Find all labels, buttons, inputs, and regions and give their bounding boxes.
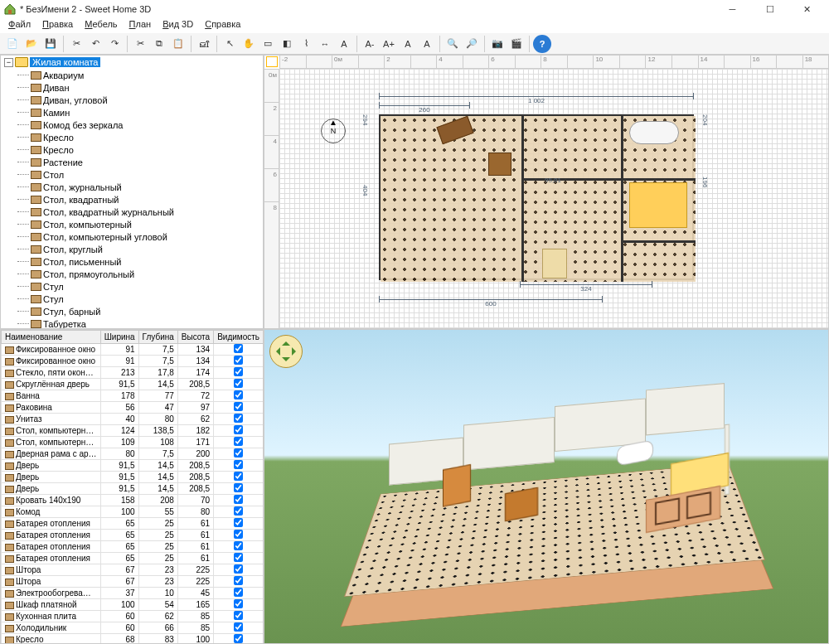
- nav-up-icon[interactable]: [282, 337, 290, 346]
- visibility-checkbox[interactable]: [234, 634, 243, 643]
- table-row[interactable]: Унитаз408062: [2, 414, 264, 425]
- cell-visible[interactable]: [214, 390, 264, 402]
- visibility-checkbox[interactable]: [234, 518, 243, 527]
- cell-visible[interactable]: [214, 553, 264, 564]
- visibility-checkbox[interactable]: [234, 599, 243, 608]
- visibility-checkbox[interactable]: [234, 530, 243, 539]
- menu-1[interactable]: Правка: [37, 18, 78, 33]
- cell-visible[interactable]: [214, 344, 264, 356]
- font-inc-icon[interactable]: A+: [380, 35, 398, 53]
- paste-icon[interactable]: 📋: [169, 35, 187, 53]
- visibility-checkbox[interactable]: [234, 379, 243, 388]
- table-row[interactable]: Кухонная плита606285: [2, 611, 264, 622]
- furniture-table-pane[interactable]: НаименованиеШиринаГлубинаВысотаВидимость…: [0, 329, 264, 644]
- cell-visible[interactable]: [214, 356, 264, 367]
- table-row[interactable]: Кресло6883100: [2, 634, 264, 645]
- visibility-checkbox[interactable]: [234, 448, 243, 458]
- cut2-icon[interactable]: ✂: [131, 35, 149, 53]
- new-file-icon[interactable]: 📄: [3, 35, 22, 53]
- visibility-checkbox[interactable]: [234, 588, 243, 597]
- cell-visible[interactable]: [214, 495, 264, 506]
- cell-visible[interactable]: [214, 541, 264, 553]
- table-row[interactable]: Шкаф платяной10054165: [2, 599, 264, 611]
- zoom-in-icon[interactable]: 🔍: [444, 35, 462, 53]
- visibility-checkbox[interactable]: [234, 390, 243, 399]
- select-tool-icon[interactable]: ↖: [221, 35, 239, 53]
- visibility-checkbox[interactable]: [234, 460, 243, 469]
- table-header[interactable]: Ширина: [100, 331, 138, 344]
- cell-visible[interactable]: [214, 611, 264, 622]
- table-row[interactable]: Стол, компьютерн…109108171: [2, 437, 264, 448]
- plan-view[interactable]: -20м24681012141618 0м2468 N: [264, 55, 829, 329]
- font-color-icon[interactable]: A: [399, 35, 417, 53]
- text-tool-icon[interactable]: A: [335, 35, 353, 53]
- catalog-item[interactable]: Стол, письменный: [1, 255, 263, 268]
- visibility-checkbox[interactable]: [234, 553, 243, 562]
- visibility-checkbox[interactable]: [234, 564, 243, 574]
- add-furniture-icon[interactable]: 🛋: [195, 35, 213, 53]
- catalog-item[interactable]: Растение: [1, 156, 263, 168]
- visibility-checkbox[interactable]: [234, 414, 243, 423]
- catalog-item[interactable]: Диван: [1, 81, 263, 94]
- catalog-item[interactable]: Кресло: [1, 131, 263, 143]
- table-row[interactable]: Штора6723225: [2, 564, 264, 576]
- visibility-checkbox[interactable]: [234, 622, 243, 632]
- catalog-item[interactable]: Кресло: [1, 143, 263, 156]
- table-row[interactable]: Батарея отопления652561: [2, 530, 264, 541]
- table-row[interactable]: Батарея отопления652561: [2, 541, 264, 553]
- catalog-item[interactable]: Стол, компьютерный угловой: [1, 230, 263, 243]
- open-file-icon[interactable]: 📂: [22, 35, 41, 53]
- menu-4[interactable]: Вид 3D: [158, 18, 198, 33]
- visibility-checkbox[interactable]: [234, 425, 243, 434]
- visibility-checkbox[interactable]: [234, 506, 243, 516]
- cell-visible[interactable]: [214, 564, 264, 576]
- table-row[interactable]: Дверь91,514,5208,5: [2, 483, 264, 495]
- catalog-item[interactable]: Стул: [1, 280, 263, 293]
- cell-visible[interactable]: [214, 448, 264, 460]
- cell-visible[interactable]: [214, 530, 264, 541]
- nav-left-icon[interactable]: [272, 347, 280, 356]
- menu-0[interactable]: Файл: [3, 18, 36, 33]
- cell-visible[interactable]: [214, 367, 264, 379]
- cell-visible[interactable]: [214, 576, 264, 588]
- close-button[interactable]: ✕: [788, 0, 826, 18]
- menu-3[interactable]: План: [124, 18, 157, 33]
- table-row[interactable]: Дверь91,514,5208,5: [2, 472, 264, 483]
- table-row[interactable]: Ванна1787772: [2, 390, 264, 402]
- cell-visible[interactable]: [214, 518, 264, 530]
- furniture-table[interactable]: НаименованиеШиринаГлубинаВысотаВидимость…: [1, 330, 264, 644]
- table-row[interactable]: Штора6723225: [2, 576, 264, 588]
- maximize-button[interactable]: ☐: [751, 0, 788, 18]
- table-header[interactable]: Наименование: [2, 331, 101, 344]
- floor-plan[interactable]: [379, 114, 694, 280]
- dimension-tool-icon[interactable]: ↔: [316, 35, 334, 53]
- cut-icon[interactable]: ✂: [67, 35, 85, 53]
- pan-tool-icon[interactable]: ✋: [240, 35, 258, 53]
- cell-visible[interactable]: [214, 414, 264, 425]
- help-icon[interactable]: ?: [533, 35, 551, 53]
- table-row[interactable]: Батарея отопления652561: [2, 518, 264, 530]
- polyline-tool-icon[interactable]: ⌇: [297, 35, 315, 53]
- cell-visible[interactable]: [214, 379, 264, 390]
- cell-visible[interactable]: [214, 599, 264, 611]
- cell-visible[interactable]: [214, 437, 264, 448]
- table-header[interactable]: Высота: [177, 331, 213, 344]
- cell-visible[interactable]: [214, 425, 264, 437]
- wall-tool-icon[interactable]: ▭: [259, 35, 277, 53]
- visibility-checkbox[interactable]: [234, 402, 243, 411]
- catalog-item[interactable]: Табуретка: [1, 317, 263, 329]
- visibility-checkbox[interactable]: [234, 367, 243, 376]
- table-row[interactable]: Раковина564797: [2, 402, 264, 414]
- cell-visible[interactable]: [214, 588, 264, 599]
- cell-visible[interactable]: [214, 460, 264, 472]
- table-row[interactable]: Батарея отопления652561: [2, 553, 264, 564]
- house-3d[interactable]: [364, 396, 745, 644]
- catalog-item[interactable]: Стол, журнальный: [1, 181, 263, 193]
- menu-5[interactable]: Справка: [200, 18, 245, 33]
- catalog-item[interactable]: Комод без зеркала: [1, 119, 263, 131]
- tree-collapse-icon[interactable]: −: [4, 58, 13, 67]
- copy-icon[interactable]: ⧉: [150, 35, 168, 53]
- view-3d[interactable]: [264, 329, 829, 644]
- nav-down-icon[interactable]: [282, 357, 290, 366]
- catalog-item[interactable]: Стол: [1, 168, 263, 181]
